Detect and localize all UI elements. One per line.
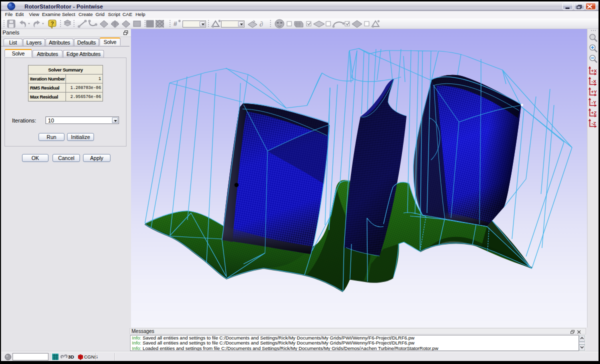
svg-text:?: ? — [50, 20, 54, 26]
svg-text:#: # — [174, 20, 178, 28]
svg-text:+X: +X — [591, 68, 598, 74]
svg-text:-Y: -Y — [592, 100, 596, 105]
svg-text:-X: -X — [592, 78, 596, 84]
svg-text:-Z: -Z — [592, 120, 596, 126]
svg-text:+Z: +Z — [591, 110, 597, 116]
svg-text:∂: ∂ — [260, 20, 263, 28]
svg-text:+Y: +Y — [591, 89, 598, 94]
